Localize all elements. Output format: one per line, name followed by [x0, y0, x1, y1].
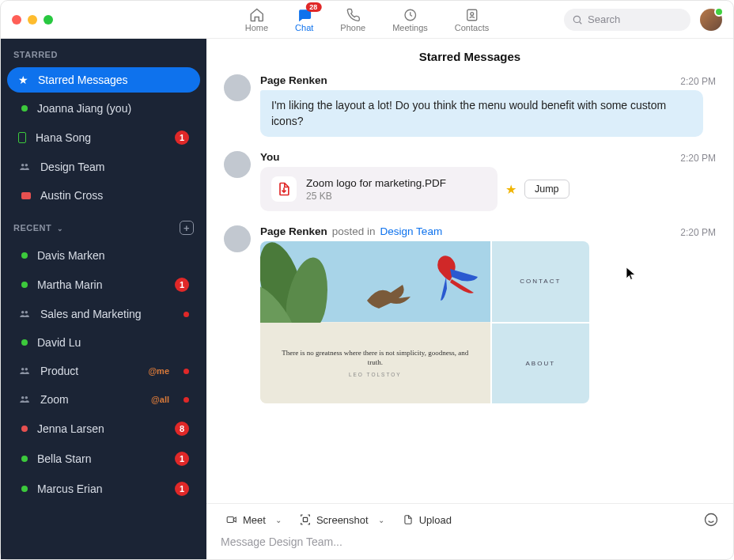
- avatar[interactable]: [224, 225, 251, 252]
- mention-badge: @me: [148, 366, 169, 376]
- nav-contacts[interactable]: Contacts: [455, 7, 489, 32]
- file-attachment[interactable]: Zoom logo for marketing.PDF 25 KB: [260, 167, 498, 211]
- main-title: Starred Messages: [206, 39, 733, 74]
- message-item: Page Renken posted in Design Team: [224, 225, 716, 403]
- sidebar-joanna[interactable]: Joanna Jiang (you): [7, 96, 200, 121]
- composer: Meet ⌄ Screenshot ⌄ Upload Message Desig…: [206, 503, 733, 559]
- svg-rect-12: [227, 517, 233, 523]
- presence-icon: [21, 282, 28, 288]
- clock-icon: [402, 7, 418, 23]
- svg-point-14: [706, 514, 717, 526]
- screenshot-dropdown[interactable]: ⌄: [378, 516, 384, 524]
- preview-nav-contact: CONTACT: [492, 241, 589, 322]
- maximize-window[interactable]: [44, 15, 53, 25]
- emoji-button[interactable]: [703, 512, 719, 528]
- nav-chat-label: Chat: [295, 23, 313, 32]
- message-list: Page Renken I'm liking the layout a lot!…: [206, 74, 733, 503]
- svg-point-11: [25, 396, 28, 399]
- profile-avatar[interactable]: [700, 9, 722, 31]
- file-size: 25 KB: [306, 191, 446, 202]
- chevron-down-icon: ⌄: [55, 225, 64, 233]
- unread-dot: [184, 397, 189, 403]
- section-recent[interactable]: RECENT ⌄ +: [1, 210, 206, 241]
- svg-point-5: [25, 164, 28, 167]
- sidebar-jenna[interactable]: Jenna Larsen 8: [7, 415, 200, 442]
- file-name: Zoom logo for marketing.PDF: [306, 177, 446, 189]
- svg-point-6: [21, 311, 25, 314]
- meet-dropdown[interactable]: ⌄: [275, 516, 282, 524]
- pdf-icon: [271, 176, 297, 202]
- preview-nav-about: ABOUT: [492, 324, 589, 404]
- upload-button[interactable]: Upload: [397, 510, 456, 529]
- star-icon: ★: [18, 74, 28, 86]
- avatar[interactable]: [224, 74, 251, 101]
- sidebar-product[interactable]: Product @me: [7, 358, 200, 384]
- nav-meetings[interactable]: Meetings: [392, 7, 428, 32]
- message-author: You: [260, 151, 280, 163]
- camera-icon: [225, 513, 238, 526]
- message-time: 2:20 PM: [680, 153, 716, 164]
- avatar[interactable]: [224, 151, 251, 178]
- sidebar-david[interactable]: David Lu: [7, 330, 200, 355]
- unread-dot: [184, 369, 189, 374]
- section-starred[interactable]: STARRED: [1, 39, 206, 66]
- presence-icon: [21, 339, 28, 346]
- top-nav: Home 28 Chat Phone Meetings Contacts: [245, 7, 489, 32]
- screenshot-button[interactable]: Screenshot: [294, 510, 373, 529]
- nav-meetings-label: Meetings: [392, 23, 428, 32]
- mobile-presence-icon: [18, 132, 26, 143]
- nav-home-label: Home: [245, 23, 268, 32]
- sidebar-hana[interactable]: Hana Song 1: [7, 124, 200, 151]
- titlebar: Home 28 Chat Phone Meetings Contacts: [1, 1, 733, 39]
- svg-point-2: [471, 12, 474, 15]
- unread-dot: [184, 312, 189, 317]
- message-author: Page Renken: [260, 225, 327, 237]
- traffic-lights: [12, 15, 53, 25]
- group-icon: [18, 308, 31, 320]
- sidebar-starred-messages[interactable]: ★ Starred Messages: [7, 67, 200, 93]
- sidebar-marcus[interactable]: Marcus Erian 1: [7, 475, 200, 502]
- search-input[interactable]: Search: [564, 9, 690, 31]
- image-preview[interactable]: There is no greatness where there is not…: [260, 241, 589, 403]
- camera-presence-icon: [21, 192, 31, 199]
- sidebar-zoom[interactable]: Zoom @all: [7, 387, 200, 412]
- sidebar-martha[interactable]: Martha Marin 1: [7, 271, 200, 298]
- svg-point-9: [25, 368, 28, 371]
- group-icon: [18, 365, 31, 376]
- message-item: Page Renken I'm liking the layout a lot!…: [224, 74, 716, 137]
- starred-icon[interactable]: ★: [505, 182, 516, 197]
- search-icon: [572, 14, 583, 25]
- svg-point-10: [21, 396, 25, 399]
- sidebar-design-team[interactable]: Design Team: [7, 154, 200, 180]
- presence-icon: [21, 426, 28, 432]
- nav-home[interactable]: Home: [245, 7, 268, 32]
- sidebar-bella[interactable]: Bella Starn 1: [7, 445, 200, 472]
- svg-point-7: [25, 311, 28, 314]
- nav-chat[interactable]: 28 Chat: [295, 7, 313, 32]
- group-icon: [18, 394, 31, 405]
- sidebar-davis[interactable]: Davis Marken: [7, 243, 200, 268]
- message-item: You Zoom logo for marketing.PDF 25 KB ★ …: [224, 151, 716, 211]
- home-icon: [248, 7, 264, 23]
- svg-point-3: [573, 16, 580, 22]
- preview-quote-author: LEO TOLSTOY: [349, 372, 402, 377]
- sidebar-austin[interactable]: Austin Cross: [7, 183, 200, 208]
- nav-phone-label: Phone: [340, 23, 365, 32]
- close-window[interactable]: [12, 15, 21, 25]
- channel-link[interactable]: Design Team: [380, 225, 443, 237]
- file-icon: [402, 513, 414, 526]
- add-recent-button[interactable]: +: [180, 221, 194, 235]
- minimize-window[interactable]: [28, 15, 37, 25]
- svg-point-4: [21, 164, 25, 167]
- meet-button[interactable]: Meet: [221, 510, 271, 529]
- jump-button[interactable]: Jump: [524, 180, 569, 199]
- message-input[interactable]: Message Design Team...: [221, 535, 719, 548]
- chat-badge: 28: [305, 2, 321, 12]
- message-author: Page Renken: [260, 74, 327, 86]
- presence-icon: [21, 456, 28, 462]
- unread-badge: 1: [175, 131, 189, 145]
- nav-phone[interactable]: Phone: [340, 7, 365, 32]
- sidebar-sales[interactable]: Sales and Marketing: [7, 301, 200, 327]
- eagle-illustration: [363, 281, 418, 312]
- preview-quote: There is no greatness where there is not…: [276, 349, 475, 367]
